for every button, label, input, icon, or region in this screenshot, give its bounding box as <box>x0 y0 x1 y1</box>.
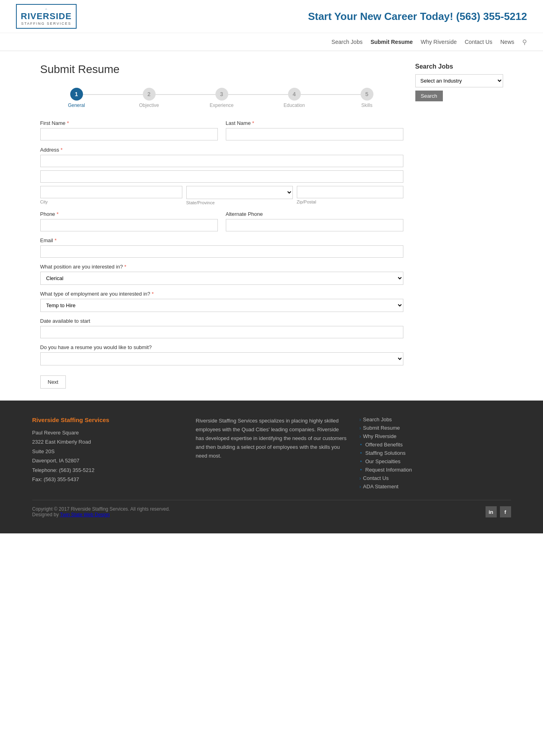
header-phone: Start Your New Career Today! (563) 355-5… <box>308 10 527 23</box>
footer-link-submit: Submit Resume <box>359 425 511 431</box>
alt-phone-group: Alternate Phone <box>226 211 403 231</box>
footer-grid: Riverside Staffing Services Paul Revere … <box>32 416 511 492</box>
industry-select[interactable]: Select an Industry Clerical Administrati… <box>415 74 503 87</box>
footer-desc-col: Riverside Staffing Services specializes … <box>196 416 348 492</box>
step-label-5: Skills <box>361 103 372 108</box>
employment-label: What type of employment are you interest… <box>40 291 403 297</box>
step-3: 3 Experience <box>186 88 258 108</box>
footer-link-contact: Contact Us <box>359 475 511 481</box>
footer-address-line2: 2322 East Kimberly Road <box>32 437 184 446</box>
name-row: First Name * Last Name * <box>40 120 403 140</box>
main-wrapper: Submit Resume 1 General 2 Objective 3 Ex… <box>32 51 511 401</box>
footer-phone: Telephone: (563) 355-5212 <box>32 466 184 475</box>
phone-row: Phone * Alternate Phone <box>40 211 403 231</box>
state-hint: State/Province <box>186 200 293 205</box>
nav-submit-resume[interactable]: Submit Resume <box>371 39 413 45</box>
zip-hint: Zip/Postal <box>297 199 403 204</box>
logo: ⌢ RIVERSIDE STAFFING SERVICES <box>16 4 77 29</box>
employment-row: What type of employment are you interest… <box>40 291 403 312</box>
nav-news[interactable]: News <box>500 39 514 45</box>
first-name-group: First Name * <box>40 120 218 140</box>
footer-link-why-riverside[interactable]: Why Riverside <box>363 433 397 439</box>
footer-bottom: Copyright © 2017 Riverside Staffing Serv… <box>32 500 511 517</box>
resume-select[interactable]: Yes No <box>40 352 403 365</box>
step-label-4: Education <box>284 103 305 108</box>
footer-designer-link[interactable]: Twin State Web Design <box>60 512 110 517</box>
address-line1-input[interactable] <box>40 155 403 167</box>
footer-designed-by: Designed by Twin State Web Design <box>32 512 170 517</box>
content-area: Submit Resume 1 General 2 Objective 3 Ex… <box>40 63 403 389</box>
address-city-state-zip-row: City State/Province Zip/Postal <box>40 186 403 205</box>
alt-phone-label: Alternate Phone <box>226 211 403 217</box>
address-line2-row <box>40 170 403 183</box>
nav-search-jobs[interactable]: Search Jobs <box>332 39 363 45</box>
step-label-2: Objective <box>139 103 159 108</box>
position-row: What position are you interested in? * C… <box>40 264 403 285</box>
email-group: Email * <box>40 237 403 258</box>
page-title: Submit Resume <box>40 63 403 76</box>
facebook-icon[interactable]: f <box>500 506 511 517</box>
date-label: Date available to start <box>40 318 403 324</box>
logo-arc: ⌢ <box>21 7 72 11</box>
zip-input[interactable] <box>297 186 403 198</box>
linkedin-icon[interactable]: in <box>486 506 497 517</box>
footer-link-ada-statement[interactable]: ADA Statement <box>363 484 399 490</box>
alt-phone-input[interactable] <box>226 219 403 231</box>
step-label-1: General <box>68 103 85 108</box>
footer-link-benefits: Offered Benefits <box>359 442 511 448</box>
email-input[interactable] <box>40 245 403 258</box>
sidebar-search-button[interactable]: Search <box>415 91 443 101</box>
employment-select[interactable]: Temp to Hire Temporary Permanent Part-ti… <box>40 299 403 312</box>
phone-input[interactable] <box>40 219 218 231</box>
footer-link-submit-resume[interactable]: Submit Resume <box>363 425 400 431</box>
city-hint: City <box>40 199 182 204</box>
position-select[interactable]: Clerical Administrative Industrial Accou… <box>40 272 403 285</box>
address-line2-input[interactable] <box>40 170 403 183</box>
search-icon[interactable]: ⚲ <box>522 38 527 46</box>
footer-link-specialties: Our Specialties <box>359 458 511 464</box>
employment-group: What type of employment are you interest… <box>40 291 403 312</box>
footer-link-request-info[interactable]: Request Information <box>365 467 412 473</box>
sidebar: Search Jobs Select an Industry Clerical … <box>415 63 503 389</box>
form-section: First Name * Last Name * Address * <box>40 120 403 389</box>
city-input[interactable] <box>40 186 182 198</box>
footer-link-staffing: Staffing Solutions <box>359 450 511 456</box>
footer-address-col: Riverside Staffing Services Paul Revere … <box>32 416 184 492</box>
address-label-row: Address * <box>40 146 403 153</box>
step-1: 1 General <box>40 88 113 108</box>
date-row: Date available to start <box>40 318 403 338</box>
nav-why-riverside[interactable]: Why Riverside <box>421 39 456 45</box>
footer-link-request: Request Information <box>359 467 511 473</box>
logo-name: RIVERSIDE <box>21 11 72 22</box>
first-name-label: First Name * <box>40 120 218 126</box>
resume-label: Do you have a resume you would like to s… <box>40 344 403 350</box>
last-name-input[interactable] <box>226 128 403 140</box>
date-input[interactable] <box>40 326 403 338</box>
footer-link-search: Search Jobs <box>359 416 511 422</box>
footer-link-offered-benefits[interactable]: Offered Benefits <box>365 442 403 448</box>
sidebar-title: Search Jobs <box>415 63 503 70</box>
phone-label: Phone * <box>40 211 218 217</box>
footer-links-col: Search Jobs Submit Resume Why Riverside … <box>359 416 511 492</box>
footer-fax: Fax: (563) 355-5437 <box>32 475 184 484</box>
logo-sub: STAFFING SERVICES <box>21 22 72 26</box>
step-circle-4: 4 <box>288 88 301 101</box>
zip-group: Zip/Postal <box>297 186 403 205</box>
email-label: Email * <box>40 237 403 243</box>
step-circle-5: 5 <box>361 88 373 101</box>
next-button[interactable]: Next <box>40 375 66 389</box>
footer-link-search-jobs[interactable]: Search Jobs <box>363 416 392 422</box>
footer-link-staffing-solutions[interactable]: Staffing Solutions <box>365 450 406 456</box>
footer-link-contact-us[interactable]: Contact Us <box>363 475 389 481</box>
first-name-input[interactable] <box>40 128 218 140</box>
city-group: City <box>40 186 182 205</box>
footer-company-name: Riverside Staffing Services <box>32 416 184 423</box>
footer-link-our-specialties[interactable]: Our Specialties <box>365 458 401 464</box>
step-2: 2 Objective <box>113 88 186 108</box>
state-select[interactable] <box>186 186 293 199</box>
email-row: Email * <box>40 237 403 258</box>
step-label-3: Experience <box>209 103 233 108</box>
nav-contact-us[interactable]: Contact Us <box>465 39 492 45</box>
position-label: What position are you interested in? * <box>40 264 403 270</box>
footer-address-line4: Davenport, IA 52807 <box>32 456 184 465</box>
